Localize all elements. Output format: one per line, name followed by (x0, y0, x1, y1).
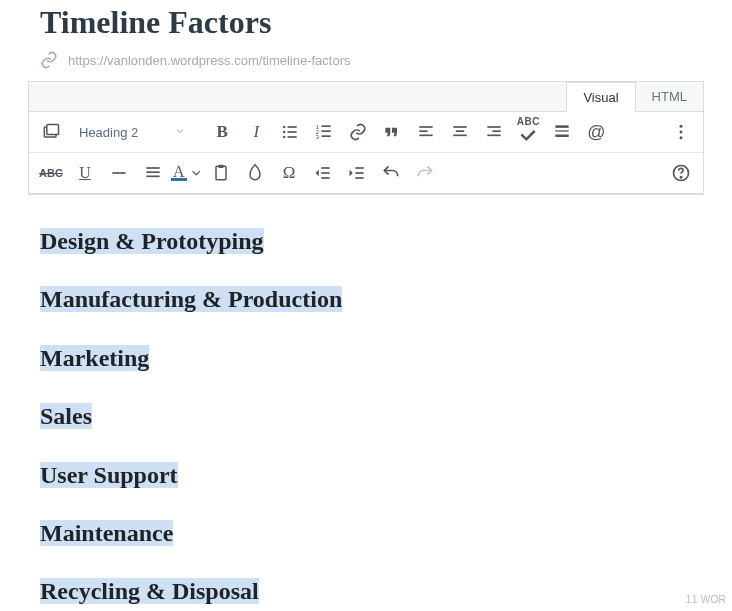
editor-tabs: Visual HTML (29, 82, 703, 112)
svg-rect-31 (146, 171, 159, 173)
spellcheck-label: ABC (517, 118, 540, 126)
tab-html[interactable]: HTML (635, 82, 703, 112)
blockquote-button[interactable] (376, 116, 408, 148)
svg-rect-1 (47, 125, 59, 135)
svg-rect-7 (288, 136, 297, 138)
chevron-down-icon (174, 125, 186, 140)
link-icon (40, 51, 58, 69)
content-heading: User Support (40, 462, 178, 488)
underline-button[interactable]: U (69, 157, 101, 189)
svg-rect-34 (219, 165, 224, 168)
outdent-button[interactable] (307, 157, 339, 189)
svg-rect-21 (493, 130, 501, 132)
svg-rect-32 (146, 176, 159, 178)
content-heading: Maintenance (40, 520, 173, 546)
svg-rect-25 (556, 135, 569, 138)
svg-marker-42 (350, 170, 353, 177)
content-heading: Sales (40, 403, 92, 429)
horizontal-rule-button[interactable] (103, 157, 135, 189)
svg-rect-18 (456, 130, 464, 132)
svg-rect-23 (556, 125, 569, 128)
svg-rect-40 (355, 172, 363, 174)
spellcheck-button[interactable]: ABC (512, 116, 544, 148)
tab-visual[interactable]: Visual (566, 82, 634, 112)
permalink-row: https://vanlonden.wordpress.com/timeline… (0, 51, 732, 81)
svg-rect-5 (288, 131, 297, 133)
svg-point-4 (283, 131, 286, 134)
svg-rect-11 (322, 130, 331, 132)
svg-rect-3 (288, 126, 297, 128)
content-heading: Marketing (40, 345, 149, 371)
at-mention-button[interactable]: @ (580, 116, 612, 148)
align-center-button[interactable] (444, 116, 476, 148)
svg-rect-16 (420, 135, 433, 137)
clear-formatting-button[interactable] (239, 157, 271, 189)
svg-rect-39 (355, 167, 363, 169)
svg-rect-24 (556, 130, 569, 131)
page-title[interactable]: Timeline Factors (40, 0, 692, 51)
svg-marker-38 (316, 170, 319, 177)
toolbar-row-1: Heading 2 B I 123 ABC (29, 112, 703, 153)
svg-point-26 (680, 125, 683, 128)
svg-rect-35 (321, 167, 329, 169)
strikethrough-button[interactable]: ABC (35, 157, 67, 189)
insert-link-button[interactable] (342, 116, 374, 148)
svg-rect-29 (112, 172, 125, 174)
svg-rect-17 (454, 126, 467, 128)
svg-point-2 (283, 126, 286, 129)
svg-rect-13 (322, 135, 331, 137)
svg-rect-14 (420, 126, 433, 128)
bold-button[interactable]: B (206, 116, 238, 148)
content-heading: Design & Prototyping (40, 228, 264, 254)
read-more-button[interactable] (546, 116, 578, 148)
permalink-text[interactable]: https://vanlonden.wordpress.com/timeline… (68, 53, 351, 68)
svg-point-27 (680, 131, 683, 134)
bullet-list-button[interactable] (274, 116, 306, 148)
align-right-button[interactable] (478, 116, 510, 148)
paste-text-button[interactable] (205, 157, 237, 189)
align-left-button[interactable] (410, 116, 442, 148)
numbered-list-button[interactable]: 123 (308, 116, 340, 148)
svg-rect-41 (355, 177, 363, 179)
svg-point-28 (680, 136, 683, 139)
indent-button[interactable] (341, 157, 373, 189)
svg-text:3: 3 (316, 134, 319, 140)
svg-rect-20 (488, 126, 501, 128)
format-dropdown-label: Heading 2 (79, 125, 138, 140)
redo-button[interactable] (409, 157, 441, 189)
editor: Visual HTML Heading 2 B I 123 (28, 81, 704, 195)
add-media-button[interactable] (35, 116, 67, 148)
format-dropdown[interactable]: Heading 2 (69, 116, 196, 148)
justify-button[interactable] (137, 157, 169, 189)
content-heading: Recycling & Disposal (40, 578, 259, 604)
svg-rect-36 (321, 172, 329, 174)
svg-rect-37 (321, 177, 329, 179)
italic-button[interactable]: I (240, 116, 272, 148)
help-button[interactable] (665, 157, 697, 189)
svg-rect-15 (420, 130, 428, 132)
word-count: 11 WOR (686, 594, 726, 605)
svg-rect-9 (322, 125, 331, 127)
svg-point-44 (680, 177, 681, 178)
svg-rect-19 (454, 135, 467, 137)
svg-rect-33 (216, 166, 226, 179)
svg-rect-30 (146, 167, 159, 169)
toolbar-row-2: ABC U A Ω (29, 153, 703, 194)
text-color-button[interactable]: A (171, 157, 203, 189)
undo-button[interactable] (375, 157, 407, 189)
content-heading: Manufacturing & Production (40, 286, 342, 312)
toolbar-toggle-button[interactable] (665, 116, 697, 148)
svg-rect-22 (488, 135, 501, 137)
special-char-button[interactable]: Ω (273, 157, 305, 189)
content-area[interactable]: Design & Prototyping Manufacturing & Pro… (0, 195, 732, 608)
svg-point-6 (283, 136, 286, 139)
